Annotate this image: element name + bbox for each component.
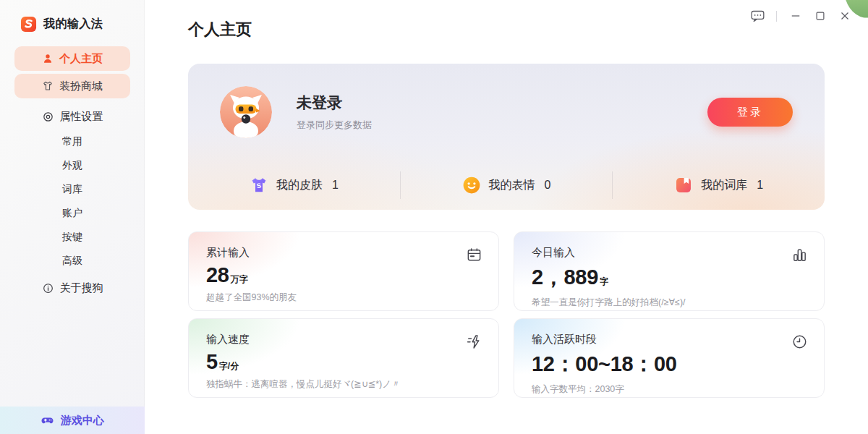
- clock-icon: [791, 333, 808, 350]
- settings-sub-list: 常用 外观 词库 账户 按键 高级: [0, 129, 145, 273]
- sidebar-item-label: 关于搜狗: [60, 281, 103, 295]
- avatar-mascot: [220, 86, 272, 138]
- card-title: 今日输入: [532, 246, 807, 260]
- card-input-speed: 输入速度 5 字/分 独指蜗牛：逃离喧嚣，慢点儿挺好ヾ(≧∪≦*)ノ〃: [188, 318, 499, 398]
- person-icon: [42, 53, 54, 64]
- stat-label: 我的皮肤: [276, 178, 323, 193]
- card-subtitle: 输入字数平均：2030字: [532, 383, 807, 396]
- card-title: 输入活跃时段: [532, 333, 807, 346]
- stat-count: 1: [332, 179, 339, 192]
- subitem-label: 账户: [62, 207, 82, 220]
- card-unit: 字/分: [219, 360, 239, 373]
- subitem-label: 词库: [62, 183, 82, 196]
- card-value: 12：00~18：00: [532, 350, 677, 379]
- bar-chart-icon: [791, 247, 808, 263]
- card-subtitle: 超越了全国93%的朋友: [206, 292, 481, 304]
- app-window: 我的输入法 个人主页 装扮商城 属性设置 常用 外观 词库: [0, 0, 868, 434]
- sidebar-subitem-appearance[interactable]: 外观: [0, 153, 145, 177]
- calendar-icon: [466, 247, 482, 263]
- sidebar-item-settings[interactable]: 属性设置: [0, 106, 145, 127]
- stat-count: 1: [757, 179, 763, 192]
- card-title: 累计输入: [206, 246, 481, 260]
- profile-banner: 未登录 登录同步更多数据 登录 S 我的皮肤 1: [188, 64, 825, 210]
- card-unit: 万字: [231, 273, 248, 286]
- subitem-label: 按键: [62, 231, 82, 244]
- card-unit: 字: [600, 276, 608, 288]
- card-subtitle: 希望一直是你打字路上的好拍档(/≥∀≤)/: [532, 297, 807, 309]
- page-title: 个人主页: [188, 17, 825, 42]
- speed-lightning-icon: [466, 333, 482, 350]
- sidebar-subitem-common[interactable]: 常用: [0, 129, 145, 153]
- sidebar-item-label: 装扮商城: [59, 80, 103, 93]
- stat-my-emojis[interactable]: 我的表情 0: [401, 176, 613, 195]
- card-value: 2，889: [532, 263, 598, 292]
- sidebar-subitem-account[interactable]: 账户: [0, 201, 145, 225]
- stat-label: 我的表情: [489, 178, 535, 193]
- lexicon-book-icon: [674, 176, 693, 195]
- login-hint: 登录同步更多数据: [297, 119, 372, 132]
- card-active-period: 输入活跃时段 12：00~18：00 输入字数平均：2030字: [514, 318, 825, 398]
- card-subtitle: 独指蜗牛：逃离喧嚣，慢点儿挺好ヾ(≧∪≦*)ノ〃: [206, 378, 481, 391]
- login-status: 未登录: [297, 93, 372, 113]
- sidebar: 我的输入法 个人主页 装扮商城 属性设置 常用 外观 词库: [0, 0, 145, 434]
- gamepad-icon: [41, 414, 54, 427]
- stat-label: 我的词库: [701, 178, 747, 193]
- login-button[interactable]: 登录: [707, 98, 793, 127]
- card-value: 28: [206, 263, 229, 287]
- app-title: 我的输入法: [43, 17, 103, 32]
- app-logo-row: 我的输入法: [0, 0, 145, 33]
- sidebar-subitem-advanced[interactable]: 高级: [0, 249, 145, 273]
- sidebar-item-about-sogou[interactable]: 关于搜狗: [0, 276, 145, 300]
- stat-my-lexicons[interactable]: 我的词库 1: [613, 176, 825, 195]
- profile-stats-row: S 我的皮肤 1 我的表情: [188, 161, 825, 210]
- tshirt-icon: [42, 80, 54, 92]
- card-today-input: 今日输入 2，889 字 希望一直是你打字路上的好拍档(/≥∀≤)/: [514, 231, 825, 311]
- card-total-input: 累计输入 28 万字 超越了全国93%的朋友: [188, 231, 499, 311]
- subitem-label: 外观: [62, 159, 82, 172]
- sidebar-item-dress-up-store[interactable]: 装扮商城: [14, 74, 130, 98]
- stat-my-skins[interactable]: S 我的皮肤 1: [188, 176, 400, 195]
- game-center-label: 游戏中心: [61, 414, 104, 427]
- sidebar-subitem-lexicon[interactable]: 词库: [0, 177, 145, 201]
- profile-row: 未登录 登录同步更多数据 登录: [188, 64, 825, 161]
- info-icon: [42, 282, 54, 294]
- settings-target-icon: [42, 111, 54, 123]
- main-content: 个人主页: [145, 0, 868, 434]
- subitem-label: 高级: [62, 255, 82, 268]
- sidebar-item-game-center[interactable]: 游戏中心: [0, 407, 145, 434]
- card-value: 5: [206, 350, 218, 374]
- skin-tshirt-icon: S: [250, 176, 268, 195]
- sidebar-subitem-keys[interactable]: 按键: [0, 225, 145, 249]
- card-title: 输入速度: [206, 333, 481, 346]
- profile-info: 未登录 登录同步更多数据: [297, 93, 372, 132]
- sidebar-item-label: 个人主页: [59, 52, 103, 66]
- emoji-smiley-icon: [462, 176, 481, 195]
- stat-cards-grid: 累计输入 28 万字 超越了全国93%的朋友 今日输入 2，889: [188, 231, 825, 398]
- stat-count: 0: [545, 179, 551, 192]
- subitem-label: 常用: [62, 135, 82, 148]
- sidebar-item-profile-home[interactable]: 个人主页: [14, 46, 130, 71]
- sogou-logo-icon: [20, 16, 37, 33]
- sidebar-item-label: 属性设置: [60, 110, 103, 124]
